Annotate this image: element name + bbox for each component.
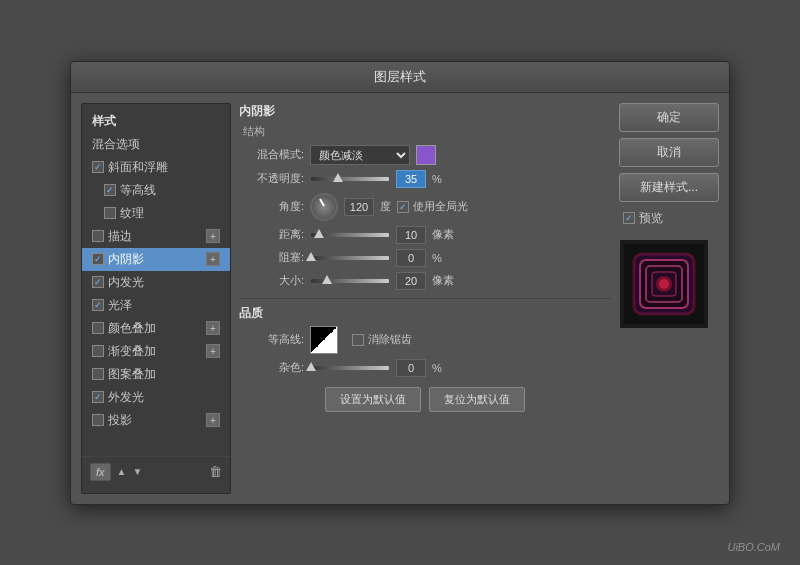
size-unit: 像素 bbox=[432, 273, 454, 288]
outer-glow-checkbox[interactable] bbox=[92, 391, 104, 403]
opacity-input[interactable] bbox=[396, 170, 426, 188]
gradient-overlay-plus-btn[interactable]: + bbox=[206, 344, 220, 358]
move-up-button[interactable]: ▲ bbox=[117, 466, 127, 477]
satin-checkbox[interactable] bbox=[92, 299, 104, 311]
dialog-title: 图层样式 bbox=[71, 62, 729, 93]
blend-options-label: 混合选项 bbox=[92, 136, 140, 153]
inner-shadow-checkbox[interactable] bbox=[92, 253, 104, 265]
distance-label: 距离: bbox=[239, 227, 304, 242]
right-panel: 确定 取消 新建样式... 预览 bbox=[619, 103, 719, 494]
drop-shadow-plus-btn[interactable]: + bbox=[206, 413, 220, 427]
distance-unit: 像素 bbox=[432, 227, 454, 242]
inner-shadow-item[interactable]: 内阴影 + bbox=[82, 248, 230, 271]
anti-alias-row: 消除锯齿 bbox=[352, 332, 412, 347]
pattern-overlay-item[interactable]: 图案叠加 bbox=[82, 363, 230, 386]
distance-input[interactable] bbox=[396, 226, 426, 244]
layer-style-dialog: 图层样式 样式 混合选项 斜面和浮雕 等高线 纹理 描边 + bbox=[70, 61, 730, 505]
blend-options-item[interactable]: 混合选项 bbox=[82, 133, 230, 156]
anti-alias-checkbox[interactable] bbox=[352, 334, 364, 346]
size-input[interactable] bbox=[396, 272, 426, 290]
middle-panel: 内阴影 结构 混合模式: 颜色减淡 不透明度: % bbox=[239, 103, 611, 494]
outer-glow-item[interactable]: 外发光 bbox=[82, 386, 230, 409]
inner-glow-item[interactable]: 内发光 bbox=[82, 271, 230, 294]
blend-color-swatch[interactable] bbox=[416, 145, 436, 165]
gradient-overlay-checkbox[interactable] bbox=[92, 345, 104, 357]
move-down-button[interactable]: ▼ bbox=[132, 466, 142, 477]
preview-image bbox=[624, 244, 704, 324]
choke-label: 阻塞: bbox=[239, 250, 304, 265]
drop-shadow-checkbox[interactable] bbox=[92, 414, 104, 426]
preview-row: 预览 bbox=[619, 208, 719, 229]
blend-mode-label: 混合模式: bbox=[239, 147, 304, 162]
size-label: 大小: bbox=[239, 273, 304, 288]
contour-item[interactable]: 等高线 bbox=[82, 179, 230, 202]
blend-mode-select[interactable]: 颜色减淡 bbox=[310, 145, 410, 165]
preview-label: 预览 bbox=[639, 210, 663, 227]
size-slider-track[interactable] bbox=[310, 278, 390, 284]
angle-knob[interactable] bbox=[310, 193, 338, 221]
texture-item[interactable]: 纹理 bbox=[82, 202, 230, 225]
texture-checkbox[interactable] bbox=[104, 207, 116, 219]
stroke-plus-btn[interactable]: + bbox=[206, 229, 220, 243]
choke-row: 阻塞: % bbox=[239, 249, 611, 267]
contour-curve-thumb[interactable] bbox=[310, 326, 338, 354]
noise-slider-track[interactable] bbox=[310, 365, 390, 371]
pattern-overlay-checkbox[interactable] bbox=[92, 368, 104, 380]
contour-label: 等高线 bbox=[120, 182, 156, 199]
angle-unit: 度 bbox=[380, 199, 391, 214]
opacity-unit: % bbox=[432, 173, 442, 185]
distance-slider-track[interactable] bbox=[310, 232, 390, 238]
opacity-row: 不透明度: % bbox=[239, 170, 611, 188]
contour-row: 等高线: 消除锯齿 bbox=[239, 326, 611, 354]
color-overlay-plus-btn[interactable]: + bbox=[206, 321, 220, 335]
left-panel-bottom: fx ▲ ▼ 🗑 bbox=[82, 456, 230, 487]
angle-label: 角度: bbox=[239, 199, 304, 214]
noise-label: 杂色: bbox=[239, 360, 304, 375]
bevel-checkbox[interactable] bbox=[92, 161, 104, 173]
pattern-overlay-label: 图案叠加 bbox=[108, 366, 156, 383]
cancel-button[interactable]: 取消 bbox=[619, 138, 719, 167]
drop-shadow-item[interactable]: 投影 + bbox=[82, 409, 230, 432]
choke-unit: % bbox=[432, 252, 442, 264]
confirm-button[interactable]: 确定 bbox=[619, 103, 719, 132]
opacity-slider-container bbox=[310, 176, 390, 182]
watermark: UiBO.CoM bbox=[727, 541, 780, 553]
set-default-button[interactable]: 设置为默认值 bbox=[325, 387, 421, 412]
reset-default-button[interactable]: 复位为默认值 bbox=[429, 387, 525, 412]
noise-slider-container bbox=[310, 365, 390, 371]
use-global-light-checkbox[interactable] bbox=[397, 201, 409, 213]
quality-contour-label: 等高线: bbox=[239, 332, 304, 347]
quality-title: 品质 bbox=[239, 305, 611, 322]
inner-glow-checkbox[interactable] bbox=[92, 276, 104, 288]
section-title: 内阴影 bbox=[239, 103, 611, 120]
color-overlay-checkbox[interactable] bbox=[92, 322, 104, 334]
choke-input[interactable] bbox=[396, 249, 426, 267]
stroke-item[interactable]: 描边 + bbox=[82, 225, 230, 248]
satin-label: 光泽 bbox=[108, 297, 132, 314]
noise-row: 杂色: % bbox=[239, 359, 611, 377]
fx-button[interactable]: fx bbox=[90, 463, 111, 481]
new-style-button[interactable]: 新建样式... bbox=[619, 173, 719, 202]
choke-slider-thumb bbox=[306, 252, 316, 261]
size-row: 大小: 像素 bbox=[239, 272, 611, 290]
noise-input[interactable] bbox=[396, 359, 426, 377]
distance-slider-thumb bbox=[314, 229, 324, 238]
bevel-emboss-item[interactable]: 斜面和浮雕 bbox=[82, 156, 230, 179]
angle-input[interactable] bbox=[344, 198, 374, 216]
preview-checkbox[interactable] bbox=[623, 212, 635, 224]
inner-shadow-plus-btn[interactable]: + bbox=[206, 252, 220, 266]
contour-checkbox[interactable] bbox=[104, 184, 116, 196]
choke-slider-container bbox=[310, 255, 390, 261]
quality-section: 品质 等高线: 消除锯齿 杂色: bbox=[239, 298, 611, 377]
choke-slider-track[interactable] bbox=[310, 255, 390, 261]
anti-alias-label: 消除锯齿 bbox=[368, 332, 412, 347]
satin-item[interactable]: 光泽 bbox=[82, 294, 230, 317]
delete-button[interactable]: 🗑 bbox=[209, 464, 222, 479]
action-row: 设置为默认值 复位为默认值 bbox=[239, 387, 611, 412]
gradient-overlay-item[interactable]: 渐变叠加 + bbox=[82, 340, 230, 363]
stroke-checkbox[interactable] bbox=[92, 230, 104, 242]
color-overlay-item[interactable]: 颜色叠加 + bbox=[82, 317, 230, 340]
opacity-slider-track[interactable] bbox=[310, 176, 390, 182]
structure-subtitle: 结构 bbox=[243, 124, 611, 139]
stroke-label: 描边 bbox=[108, 228, 132, 245]
